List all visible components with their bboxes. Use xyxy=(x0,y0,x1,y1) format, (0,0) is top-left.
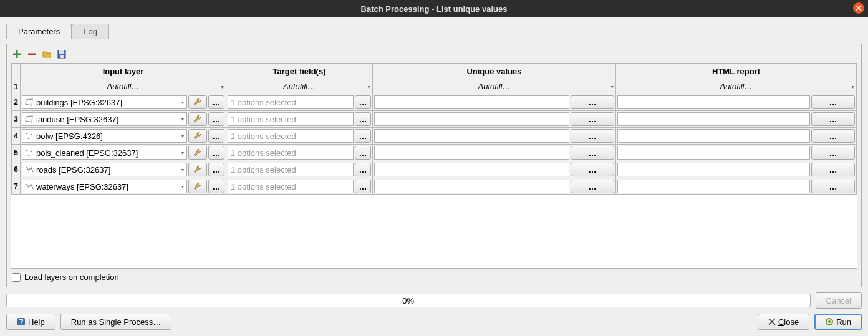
gear-icon xyxy=(825,317,834,326)
unique-values-browse-button[interactable]: … xyxy=(571,95,614,109)
remove-row-icon[interactable] xyxy=(27,49,37,59)
unique-values-output-input[interactable] xyxy=(374,112,569,126)
input-layer-combo[interactable]: pois_cleaned [EPSG:32637] xyxy=(22,146,187,160)
target-fields-display[interactable]: 1 options selected xyxy=(228,112,354,126)
layer-name-label: roads [EPSG:32637] xyxy=(36,165,110,175)
iterate-wrench-button[interactable] xyxy=(188,112,207,126)
unique-values-output-input[interactable] xyxy=(374,163,569,176)
svg-point-12 xyxy=(828,320,831,323)
close-button-label: Close xyxy=(778,317,799,327)
close-icon[interactable] xyxy=(853,2,864,14)
unique-values-output-input[interactable] xyxy=(374,180,569,193)
header-input-layer: Input layer xyxy=(21,64,226,79)
iterate-wrench-button[interactable] xyxy=(188,146,207,160)
svg-rect-2 xyxy=(60,55,64,58)
html-report-browse-button[interactable]: … xyxy=(811,112,855,126)
progress-row: 0% Cancel xyxy=(6,292,862,309)
run-button[interactable]: Run xyxy=(814,314,862,330)
window-title: Batch Processing - List unique values xyxy=(361,4,508,14)
geometry-point-icon xyxy=(25,132,34,140)
svg-rect-1 xyxy=(59,50,64,54)
select-fields-button[interactable]: … xyxy=(355,129,371,143)
add-row-icon[interactable] xyxy=(12,49,22,59)
input-layer-combo[interactable]: pofw [EPSG:4326] xyxy=(22,129,187,143)
html-report-output-input[interactable] xyxy=(617,112,810,126)
autofill-input-layer[interactable]: Autofill… xyxy=(21,79,226,94)
iterate-wrench-button[interactable] xyxy=(188,95,207,109)
input-layer-combo[interactable]: roads [EPSG:32637] xyxy=(22,163,187,176)
tab-parameters[interactable]: Parameters xyxy=(6,24,72,39)
input-layer-combo[interactable]: waterways [EPSG:32637] xyxy=(22,180,187,193)
save-icon[interactable] xyxy=(57,49,67,59)
dialog-body: Parameters Log xyxy=(0,17,868,336)
tab-log[interactable]: Log xyxy=(72,24,109,39)
select-layer-button[interactable]: … xyxy=(208,112,224,126)
html-report-output-input[interactable] xyxy=(617,163,810,176)
svg-point-4 xyxy=(31,134,32,136)
select-fields-button[interactable]: … xyxy=(355,112,371,126)
autofill-unique-values[interactable]: Autofill… xyxy=(373,79,616,94)
select-layer-button[interactable]: … xyxy=(208,163,224,176)
open-icon[interactable] xyxy=(42,49,52,59)
geometry-polygon-icon xyxy=(25,115,34,123)
select-layer-button[interactable]: … xyxy=(208,95,224,109)
run-single-button[interactable]: Run as Single Process… xyxy=(60,314,172,330)
toolbar xyxy=(11,48,857,60)
layer-name-label: pois_cleaned [EPSG:32637] xyxy=(36,148,138,158)
svg-point-7 xyxy=(31,151,32,153)
geometry-polygon-icon xyxy=(25,98,34,107)
unique-values-browse-button[interactable]: … xyxy=(571,129,614,143)
unique-values-browse-button[interactable]: … xyxy=(571,146,614,160)
iterate-wrench-button[interactable] xyxy=(188,129,207,143)
select-layer-button[interactable]: … xyxy=(208,180,224,193)
row-number: 7 xyxy=(12,178,21,195)
unique-values-browse-button[interactable]: … xyxy=(571,112,614,126)
svg-point-6 xyxy=(26,150,28,151)
input-layer-combo[interactable]: buildings [EPSG:32637] xyxy=(22,95,187,109)
select-fields-button[interactable]: … xyxy=(355,180,371,193)
html-report-browse-button[interactable]: … xyxy=(811,95,855,109)
html-report-output-input[interactable] xyxy=(617,146,810,160)
html-report-browse-button[interactable]: … xyxy=(811,129,855,143)
iterate-wrench-button[interactable] xyxy=(188,180,207,193)
row-number: 6 xyxy=(12,161,21,178)
html-report-output-input[interactable] xyxy=(617,95,810,109)
close-button[interactable]: Close xyxy=(758,314,809,330)
load-layers-row: Load layers on completion xyxy=(11,271,857,283)
unique-values-browse-button[interactable]: … xyxy=(571,163,614,176)
layer-name-label: buildings [EPSG:32637] xyxy=(36,98,122,107)
target-fields-display[interactable]: 1 options selected xyxy=(228,146,354,160)
target-fields-display[interactable]: 1 options selected xyxy=(228,129,354,143)
target-fields-display[interactable]: 1 options selected xyxy=(228,163,354,176)
html-report-browse-button[interactable]: … xyxy=(811,180,855,193)
unique-values-output-input[interactable] xyxy=(374,146,569,160)
select-layer-button[interactable]: … xyxy=(208,146,224,160)
autofill-target-fields[interactable]: Autofill… xyxy=(226,79,373,94)
geometry-point-icon xyxy=(25,148,34,157)
help-button[interactable]: ? Help xyxy=(6,314,55,330)
html-report-output-input[interactable] xyxy=(617,129,810,143)
header-target-fields: Target field(s) xyxy=(226,64,373,79)
tab-panel: Input layer Target field(s) Unique value… xyxy=(6,44,862,287)
html-report-browse-button[interactable]: … xyxy=(811,163,855,176)
input-layer-combo[interactable]: landuse [EPSG:32637] xyxy=(22,112,187,126)
html-report-browse-button[interactable]: … xyxy=(811,146,855,160)
select-fields-button[interactable]: … xyxy=(355,146,371,160)
select-layer-button[interactable]: … xyxy=(208,129,224,143)
unique-values-output-input[interactable] xyxy=(374,129,569,143)
header-unique-values: Unique values xyxy=(373,64,616,79)
target-fields-display[interactable]: 1 options selected xyxy=(228,180,354,193)
layer-name-label: pofw [EPSG:4326] xyxy=(36,132,103,141)
load-layers-checkbox[interactable] xyxy=(12,273,21,282)
layer-name-label: waterways [EPSG:32637] xyxy=(36,182,128,191)
select-fields-button[interactable]: … xyxy=(355,95,371,109)
unique-values-output-input[interactable] xyxy=(374,95,569,109)
autofill-html-report[interactable]: Autofill… xyxy=(616,79,857,94)
target-fields-display[interactable]: 1 options selected xyxy=(228,95,354,109)
unique-values-browse-button[interactable]: … xyxy=(571,180,614,193)
select-fields-button[interactable]: … xyxy=(355,163,371,176)
iterate-wrench-button[interactable] xyxy=(188,163,207,176)
close-x-icon xyxy=(768,318,776,325)
geometry-line-icon xyxy=(25,165,34,174)
html-report-output-input[interactable] xyxy=(617,180,810,193)
